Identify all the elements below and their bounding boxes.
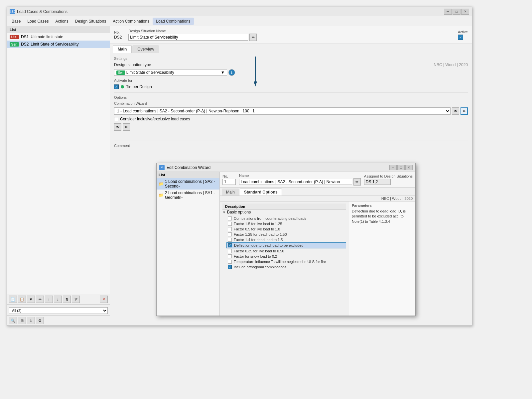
dialog-minimize-btn[interactable]: ─ [389, 165, 397, 170]
dialog-list-item-2[interactable]: 📁 2 Load combinations | SA1 - Geometri- [157, 190, 219, 201]
option-row-6: Factor 0.35 for live load to 0.50 [226, 248, 346, 254]
dialog-tab-standard-options[interactable]: Standard Options [240, 189, 282, 196]
move-up-btn[interactable]: ↑ [45, 296, 53, 303]
dialog-title-text: Edit Combination Wizard [167, 165, 210, 170]
comment-label: Comment [114, 144, 468, 148]
option-row-3: Factor 1.25 for dead load to 1.50 [226, 232, 346, 237]
opt-checkbox-1[interactable] [228, 222, 232, 226]
opt-checkbox-7[interactable] [228, 254, 232, 258]
timber-checkbox[interactable]: ✓ [114, 84, 119, 89]
dsn-edit-btn[interactable]: ✏ [249, 34, 257, 41]
opt-checkbox-9[interactable]: ✓ [228, 265, 232, 269]
left-panel: List Uls. DS1 Ultimate limit state Ser. … [7, 26, 110, 326]
dialog-list-header: List [157, 172, 219, 178]
consider-row: Consider inclusive/exclusive load cases [114, 117, 468, 121]
folder-icon-2: 📁 [159, 193, 164, 198]
timber-dot [121, 85, 124, 88]
opt-checkbox-8[interactable] [228, 260, 232, 264]
opt-label-2: Factor 0.5 for live load to 1.0 [234, 227, 280, 231]
description-header: Description [222, 203, 346, 210]
view-btn[interactable]: ⊞ [18, 317, 26, 324]
filter-select[interactable]: All (2) [9, 307, 108, 314]
reorder-btn[interactable]: ⇄ [72, 296, 80, 303]
timber-label: Timber Design [126, 84, 152, 89]
delete-btn[interactable]: ✕ [100, 296, 108, 303]
menu-load-combinations[interactable]: Load Combinations [153, 18, 194, 25]
combo-edit-btn[interactable]: ✏ [461, 107, 468, 115]
dialog-name-field: Name ✏ [239, 174, 361, 186]
menu-load-cases[interactable]: Load Cases [24, 18, 52, 25]
option-row-7: Factor for snow load to 0.2 [226, 254, 346, 259]
dialog-form-header: No. Name ✏ Assigned to Design Situations [220, 172, 415, 188]
menu-design-situations[interactable]: Design Situations [72, 18, 109, 25]
combo-select[interactable]: 1 - Load combinations | SA2 - Second-ord… [114, 107, 451, 115]
menu-actions[interactable]: Actions [52, 18, 71, 25]
move-down-btn[interactable]: ↕ [54, 296, 62, 303]
maximize-button[interactable]: □ [453, 9, 461, 15]
sort-btn[interactable]: ⇅ [63, 296, 71, 303]
dropdown-btn[interactable]: ▼ [27, 296, 35, 303]
comment-section: Comment [114, 141, 468, 148]
option-row-5[interactable]: ✓ Deflection due to dead load to be excl… [226, 242, 346, 248]
dialog-maximize-btn[interactable]: □ [397, 165, 405, 170]
list-item-ds2[interactable]: Ser. DS2 Limit State of Serviceability [7, 41, 110, 48]
opt-label-5: Deflection due to dead load to be exclud… [234, 243, 304, 247]
option-row-8: Temperature influence Ts will be neglect… [226, 259, 346, 264]
no-label: No. [114, 30, 122, 34]
minimize-button[interactable]: ─ [444, 9, 452, 15]
close-button[interactable]: ✕ [461, 9, 469, 15]
ser-badge-dropdown: Ser. [116, 70, 125, 75]
settings-small-btn[interactable]: ⚙ [36, 317, 44, 324]
dialog-name-edit-btn[interactable]: ✏ [353, 178, 361, 186]
dialog-list-item-1[interactable]: 📁 1 Load combinations | SA2 - Second- [157, 178, 219, 190]
dialog-tab-main[interactable]: Main [222, 189, 239, 196]
dst-dropdown[interactable]: Ser. Limit State of Serviceability ▼ [114, 69, 227, 76]
combo-view-btn[interactable]: 👁 [452, 107, 459, 115]
dialog-name-input[interactable] [239, 179, 352, 185]
params-text: Deflection due to dead load, D, is permi… [352, 209, 413, 224]
window-title: Load Cases & Combinations [17, 9, 67, 14]
dialog-controls: ─ □ ✕ [389, 165, 413, 170]
edit-btn[interactable]: ✏ [36, 296, 44, 303]
opt-checkbox-4[interactable] [228, 238, 232, 242]
tab-main[interactable]: Main [113, 45, 132, 53]
option-row-2: Factor 0.5 for live load to 1.0 [226, 226, 346, 232]
opt-label-0: Combinations from counteracting dead loa… [234, 216, 306, 220]
consider-checkbox[interactable] [114, 117, 118, 121]
basic-options-header: ▼ Basic options [222, 210, 346, 214]
folder-icon-1: 📁 [159, 182, 164, 186]
list-item-ds1[interactable]: Uls. DS1 Ultimate limit state [7, 33, 110, 41]
active-field: Active ✓ [458, 30, 468, 40]
active-label: Active [458, 30, 468, 34]
copy-btn[interactable]: 📋 [18, 296, 26, 303]
search-btn[interactable]: 🔍 [9, 317, 17, 324]
info-icon-btn[interactable]: ℹ [228, 69, 235, 76]
opt-checkbox-0[interactable] [228, 216, 232, 220]
dialog-no-input[interactable] [222, 179, 236, 185]
menu-base[interactable]: Base [8, 18, 24, 25]
opt-checkbox-3[interactable] [228, 232, 232, 236]
ds2-label: Limit State of Serviceability [31, 42, 78, 47]
opt-checkbox-6[interactable] [228, 249, 232, 253]
add-btn[interactable]: 📄 [9, 296, 17, 303]
menu-bar: Base Load Cases Actions Design Situation… [7, 16, 472, 26]
opt-checkbox-5[interactable]: ✓ [228, 243, 232, 247]
option-row-1: Factor 1.5 for live load to 1.25 [226, 221, 346, 226]
dialog-content: List 📁 1 Load combinations | SA2 - Secon… [157, 172, 415, 316]
opt-view-btn[interactable]: 👁 [114, 123, 121, 131]
tab-overview[interactable]: Overview [132, 45, 159, 53]
info-btn[interactable]: ℹ [27, 317, 35, 324]
collapse-icon[interactable]: ▼ [222, 210, 226, 214]
active-checkbox[interactable]: ✓ [458, 35, 463, 40]
tabs-row: Main Overview [110, 44, 472, 53]
opt-checkbox-2[interactable] [228, 227, 232, 231]
dialog-close-btn[interactable]: ✕ [405, 165, 413, 170]
dialog-main-content: Description ▼ Basic options Combinations… [220, 201, 415, 316]
activate-row: ✓ Timber Design [114, 84, 468, 89]
chevron-down-icon: ▼ [221, 70, 225, 75]
window-controls: ─ □ ✕ [444, 9, 469, 15]
arrow-indicator [245, 57, 265, 90]
opt-edit-btn[interactable]: ✏ [123, 123, 130, 131]
dsn-input[interactable] [128, 34, 248, 41]
menu-action-combinations[interactable]: Action Combinations [109, 18, 153, 25]
